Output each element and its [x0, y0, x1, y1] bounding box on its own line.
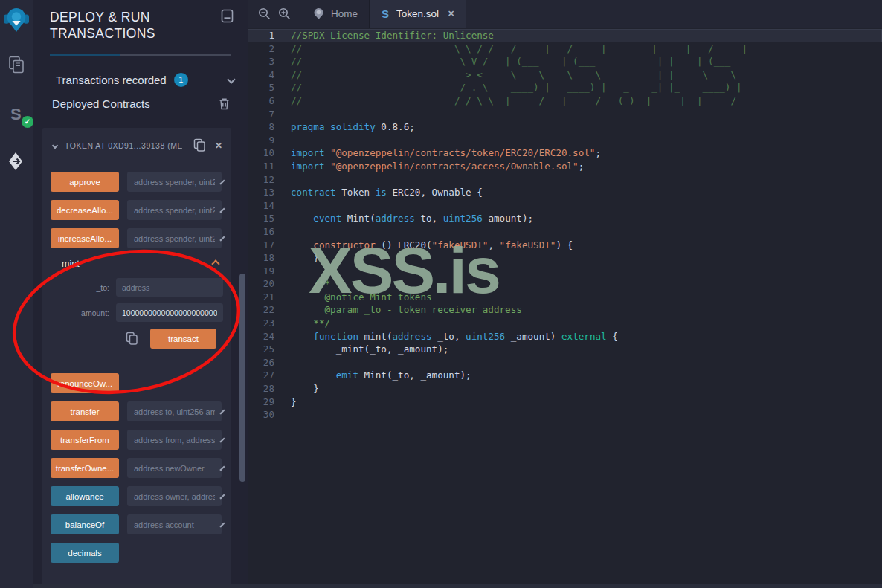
function-row-increaseAllo: increaseAllo...	[51, 228, 224, 248]
mint-section-header[interactable]: mint	[51, 256, 224, 269]
copy-address-icon[interactable]	[193, 138, 206, 152]
function-button-decimals[interactable]: decimals	[51, 543, 119, 563]
chevron-down-icon[interactable]	[227, 76, 235, 84]
contract-card-header[interactable]: TOKEN AT 0XD91...39138 (MEMOI ✕	[42, 128, 231, 152]
code-line-10[interactable]: 10import "@openzeppelin/contracts/token/…	[248, 146, 882, 160]
code-line-26[interactable]: 26	[248, 356, 882, 369]
function-row-transferFrom: transferFrom	[51, 430, 224, 450]
code-line-15[interactable]: 15 event Mint(address to, uint256 amount…	[248, 212, 882, 225]
line-number: 12	[248, 173, 291, 187]
line-number: 23	[248, 317, 291, 330]
code-line-11[interactable]: 11import "@openzeppelin/contracts/access…	[248, 160, 882, 173]
panel-divider	[50, 54, 231, 56]
code-line-4[interactable]: 4// > < \___ \ \___ \ | | \___ \	[248, 68, 882, 82]
line-number: 19	[248, 265, 291, 278]
code-line-30[interactable]: 30	[248, 408, 882, 421]
line-number: 16	[248, 225, 291, 239]
editor-tabbar: Home S Token.sol ✕	[248, 0, 882, 28]
function-button-increaseAllo[interactable]: increaseAllo...	[51, 228, 119, 248]
code-editor: Home S Token.sol ✕ 1//SPDX-License-Ident…	[248, 0, 882, 588]
transact-button[interactable]: transact	[150, 329, 216, 349]
code-line-1[interactable]: 1//SPDX-License-Identifier: Unlicense	[248, 29, 882, 42]
line-number: 24	[248, 330, 291, 343]
function-button-allowance[interactable]: allowance	[51, 486, 119, 506]
function-params-input[interactable]	[127, 486, 222, 506]
line-text: **/	[291, 317, 330, 330]
solidity-icon: S	[381, 7, 390, 20]
line-number: 11	[248, 160, 291, 173]
documentation-icon[interactable]	[220, 9, 234, 23]
function-button-transfer[interactable]: transfer	[51, 401, 119, 421]
copy-calldata-icon[interactable]	[126, 332, 138, 346]
mint-_amount-input[interactable]	[116, 303, 223, 322]
code-line-8[interactable]: 8pragma solidity 0.8.6;	[248, 120, 882, 134]
code-line-7[interactable]: 7	[248, 108, 882, 121]
panel-scrollbar[interactable]	[239, 274, 245, 482]
line-text: contract Token is ERC20, Ownable {	[291, 186, 483, 199]
tab-token-sol[interactable]: S Token.sol ✕	[369, 0, 466, 28]
remix-logo-icon[interactable]	[4, 6, 29, 36]
function-params-input[interactable]	[127, 430, 222, 450]
function-button-approve[interactable]: approve	[51, 172, 119, 192]
line-number: 22	[248, 303, 291, 317]
mint-action-row: transact	[51, 329, 224, 349]
line-text: // \ \ / / / ____| / ____| |_ _| / ____|	[291, 42, 747, 56]
function-button-transferFrom[interactable]: transferFrom	[51, 430, 119, 450]
deploy-run-icon[interactable]	[4, 152, 29, 171]
line-number: 14	[248, 199, 291, 213]
function-button-decreaseAllo[interactable]: decreaseAllo...	[51, 200, 119, 220]
function-button-transferOwne[interactable]: transferOwne...	[51, 458, 119, 478]
mint-field-row: _to:	[51, 278, 224, 297]
line-text: function mint(address _to, uint256 _amou…	[291, 330, 618, 343]
line-number: 21	[248, 291, 291, 304]
remix-home-icon	[312, 7, 325, 20]
line-number: 26	[248, 356, 291, 369]
function-row-decreaseAllo: decreaseAllo...	[51, 200, 224, 220]
code-line-23[interactable]: 23 **/	[248, 317, 882, 330]
mint-field-row: _amount:	[51, 303, 224, 322]
function-button-renounceOw[interactable]: renounceOw...	[51, 373, 119, 393]
code-line-12[interactable]: 12	[248, 173, 882, 187]
line-text: event Mint(address to, uint256 amount);	[291, 212, 533, 225]
code-line-9[interactable]: 9	[248, 134, 882, 147]
file-explorer-icon[interactable]	[4, 55, 29, 74]
code-line-5[interactable]: 5// / . \ ____) | ____) | _ _| |_ ____) …	[248, 81, 882, 94]
function-params-input[interactable]	[127, 514, 222, 534]
chevron-up-icon[interactable]	[211, 259, 219, 268]
transactions-recorded-row[interactable]: Transactions recorded 1	[33, 73, 248, 87]
trash-icon[interactable]	[219, 97, 230, 110]
code-line-13[interactable]: 13contract Token is ERC20, Ownable {	[248, 186, 882, 199]
function-row-balanceOf: balanceOf	[51, 514, 224, 534]
code-line-3[interactable]: 3// \ V / | (___ | (___ | | | (___	[248, 55, 882, 68]
solidity-compiler-icon[interactable]: S ✓	[4, 104, 29, 123]
chevron-down-icon[interactable]	[52, 142, 58, 148]
line-number: 18	[248, 251, 291, 265]
function-row-decimals: decimals	[51, 543, 224, 563]
tab-home[interactable]: Home	[301, 0, 369, 28]
code-line-6[interactable]: 6// /_/ \_\ |_____/ |_____/ (_) |_____| …	[248, 94, 882, 108]
function-params-input[interactable]	[127, 172, 222, 192]
function-params-input[interactable]	[127, 401, 222, 421]
code-line-14[interactable]: 14	[248, 199, 882, 213]
mint-label: mint	[62, 259, 80, 269]
function-params-input[interactable]	[127, 228, 222, 248]
mint-_to-input[interactable]	[116, 278, 223, 297]
function-params-input[interactable]	[127, 458, 222, 478]
code-line-27[interactable]: 27 emit Mint(_to, _amount);	[248, 369, 882, 382]
function-params-input[interactable]	[127, 200, 222, 220]
contract-function-list: approvedecreaseAllo...increaseAllo...min…	[42, 152, 231, 563]
zoom-out-icon[interactable]	[258, 7, 271, 20]
code-line-25[interactable]: 25 _mint(_to, _amount);	[248, 343, 882, 356]
close-contract-icon[interactable]: ✕	[215, 140, 222, 151]
function-button-balanceOf[interactable]: balanceOf	[51, 514, 119, 534]
code-line-2[interactable]: 2// \ \ / / / ____| / ____| |_ _| / ____…	[248, 42, 882, 56]
line-text: //SPDX-License-Identifier: Unlicense	[291, 29, 494, 42]
code-line-24[interactable]: 24 function mint(address _to, uint256 _a…	[248, 330, 882, 343]
close-tab-icon[interactable]: ✕	[448, 9, 454, 19]
zoom-in-icon[interactable]	[278, 7, 291, 20]
remix-ide-window: S ✓ DEPLOY & RUN TRANSACTIONS Transactio…	[0, 0, 882, 588]
line-number: 5	[248, 81, 291, 94]
code-line-28[interactable]: 28 }	[248, 382, 882, 395]
line-text: import "@openzeppelin/contracts/token/ER…	[291, 146, 601, 160]
code-line-29[interactable]: 29}	[248, 395, 882, 409]
